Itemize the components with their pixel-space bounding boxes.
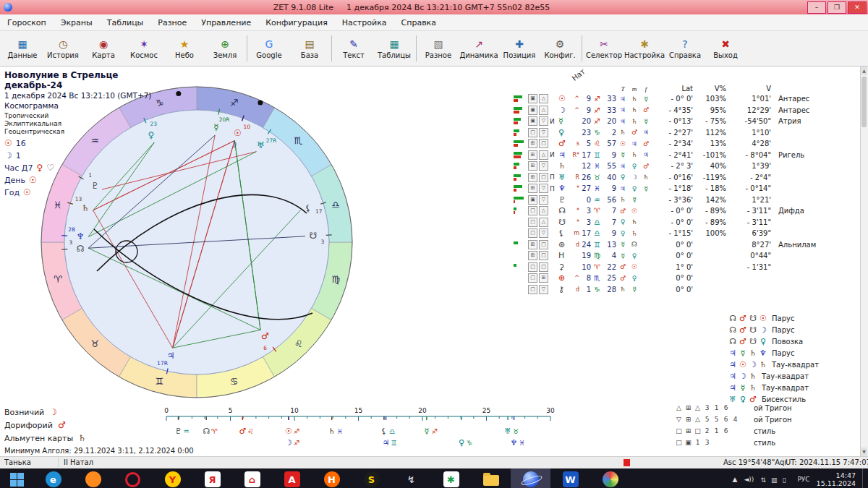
toolbar-text[interactable]: ✎Текст <box>333 33 374 64</box>
menu-item-4[interactable]: Управление <box>201 18 251 27</box>
row-checkbox-1[interactable]: □ <box>528 262 537 272</box>
row-checkbox-2[interactable]: ▽ <box>539 228 548 238</box>
row-checkbox-1[interactable]: ⊞ <box>528 161 537 171</box>
planet-table-row-5[interactable]: ⊞△И♃R*17♊9☿♄♃- 2°41'-101%- 8°04"Ригель <box>514 150 854 161</box>
row-checkbox-2[interactable]: △ <box>539 94 548 103</box>
toolbar-selector[interactable]: ✂Селектор <box>584 33 624 64</box>
taskbar-alfa-app[interactable]: А <box>272 468 312 488</box>
row-checkbox-2[interactable]: △ <box>539 218 548 227</box>
row-checkbox-2[interactable]: □ <box>539 251 548 260</box>
row-checkbox-1[interactable]: ⊞ <box>528 240 537 249</box>
toolbar-settings[interactable]: ✱Настройка <box>624 33 665 64</box>
row-checkbox-2[interactable]: □ <box>539 173 548 182</box>
toolbar-tables[interactable]: ▦Таблицы <box>374 33 414 64</box>
configuration-4[interactable]: ♃☉☽♄Тау-квадрат <box>728 359 819 370</box>
menu-item-3[interactable]: Разное <box>158 18 187 27</box>
volume-icon[interactable]: ◄)) <box>744 476 754 483</box>
row-checkbox-1[interactable]: □ <box>528 128 537 137</box>
row-checkbox-1[interactable]: ▣ <box>528 94 537 103</box>
configuration-2[interactable]: ☊♂☋♀Повозка <box>728 335 819 347</box>
toolbar-config[interactable]: ⚙Конфиг. <box>540 33 580 64</box>
row-checkbox-2[interactable]: ▽ <box>539 285 548 294</box>
planet-table-row-13[interactable]: ⊞□⊛d24♊13☿☊0° 0'8°27'Альнилам <box>514 239 854 251</box>
planet-table-row-14[interactable]: ⊞□Н19♍4☿♀0° 0'0°44" <box>514 250 854 262</box>
config-grid-row-2[interactable]: □⊞□216стиль <box>674 425 867 437</box>
taskbar-word[interactable]: W <box>550 468 590 488</box>
planet-table-row-12[interactable]: □▽⚸m17♎9♀♄- 1°15'100%6'39" <box>514 228 854 239</box>
taskbar-edge[interactable]: e <box>33 468 73 488</box>
menu-item-7[interactable]: Справка <box>401 18 436 27</box>
config-grid-row-0[interactable]: △⊞△316ой Тригон <box>674 402 867 414</box>
toolbar-help[interactable]: ?Справка <box>665 33 705 64</box>
configuration-5[interactable]: ♃☽♄Тау-квадрат <box>728 370 819 382</box>
planet-table-row-9[interactable]: ▣▽♇0♒56♄☿- 3°36'142%1°21' <box>514 194 854 206</box>
toolbar-google[interactable]: GGoogle <box>249 33 289 64</box>
taskbar-explorer[interactable] <box>471 468 511 488</box>
tray-icon-1[interactable]: ▥ <box>771 476 778 484</box>
planet-table-row-17[interactable]: □▽⚷d1♑28♄☿0° 0' <box>514 284 854 296</box>
taskbar-dom-app[interactable]: ⌂ <box>232 468 272 488</box>
toolbar-base[interactable]: ▤База <box>289 33 330 64</box>
row-checkbox-1[interactable]: ▣ <box>528 195 537 205</box>
scroll-down-arrow[interactable]: ▼ <box>861 448 867 456</box>
row-checkbox-2[interactable]: △ <box>539 150 548 160</box>
row-checkbox-2[interactable]: ▽ <box>539 195 548 205</box>
taskbar-clock[interactable]: 14:47 15.11.2024 <box>817 471 856 487</box>
row-checkbox-2[interactable]: ⊞ <box>539 273 548 283</box>
menu-item-1[interactable]: Экраны <box>61 18 93 27</box>
row-checkbox-1[interactable]: ⊞ <box>528 139 537 148</box>
row-checkbox-1[interactable]: □ <box>528 218 537 227</box>
menu-item-2[interactable]: Таблицы <box>107 18 144 27</box>
menu-item-0[interactable]: Гороскоп <box>7 18 46 27</box>
menu-item-6[interactable]: Настройка <box>342 18 387 27</box>
toolbar-misc[interactable]: ▧Разное <box>418 33 459 64</box>
planet-table-row-4[interactable]: ⊞□♂s5♌57☉♃♂- 2°34'13%4°28' <box>514 138 854 150</box>
planet-table-row-8[interactable]: ⊞▽П♆*27♓9♃♀☿- 1°18'- 18%- 0°14" <box>514 183 854 194</box>
taskbar-orange-app[interactable]: Н <box>312 468 352 488</box>
config-grid-row-1[interactable]: ▽⊞△5564ой Тригон <box>674 414 867 425</box>
row-checkbox-1[interactable]: ⊞ <box>528 150 537 160</box>
toolbar-earth[interactable]: ⊕Земля <box>205 33 245 64</box>
scrollbar-thumb[interactable] <box>861 77 867 127</box>
row-checkbox-1[interactable]: ⊞ <box>528 173 537 182</box>
taskbar-green-app[interactable]: ✱ <box>431 468 471 488</box>
row-checkbox-2[interactable]: ▽ <box>539 184 548 193</box>
tray-icon-2[interactable]: ▯ <box>782 476 786 484</box>
toolbar-cosmos[interactable]: ✶Космос <box>124 33 164 64</box>
configuration-3[interactable]: ♃☿♄♆Парус <box>728 347 819 359</box>
taskbar-s-app[interactable]: S <box>352 468 391 488</box>
language-indicator[interactable]: РУС <box>797 476 809 483</box>
planet-table-row-2[interactable]: ▣▽И☿20♐20♃♄☿- 0°13'- 75%-54'50"Атрия <box>514 116 854 127</box>
row-checkbox-2[interactable]: ▽ <box>539 128 548 137</box>
taskbar-palette[interactable] <box>590 468 630 488</box>
row-checkbox-2[interactable]: □ <box>539 262 548 272</box>
toolbar-position[interactable]: ✚Позиция <box>499 33 540 64</box>
configuration-6[interactable]: ♃☿♄Тау-квадрат <box>728 382 819 393</box>
row-checkbox-1[interactable]: □ <box>528 273 537 283</box>
row-checkbox-2[interactable]: ▽ <box>539 116 548 126</box>
taskbar-start-button[interactable] <box>0 468 33 488</box>
menu-item-5[interactable]: Конфигурация <box>265 18 328 27</box>
taskbar-yandex[interactable]: Я <box>192 468 232 488</box>
taskbar-zet[interactable] <box>511 468 550 488</box>
planet-table-row-3[interactable]: □▽♀23♑2♄♂♃- 2°27'112%1°10' <box>514 127 854 139</box>
toolbar-history[interactable]: ◷История <box>43 33 83 64</box>
taskbar-yandex-browser[interactable]: Y <box>153 468 192 488</box>
taskbar-opera[interactable] <box>113 468 153 488</box>
tray-icon-0[interactable]: ⇅ <box>760 476 766 484</box>
planet-table-row-6[interactable]: ⊞▽♄12♓55♃♀♂- 2° 3'40%1°39' <box>514 160 854 172</box>
toolbar-data[interactable]: ▦Данные <box>2 33 43 64</box>
planet-table-row-1[interactable]: ▣△☽^9♐33♃♄♂- 4°35'95%12°29'Антарес <box>514 105 854 116</box>
config-grid-row-3[interactable]: □▣13стиль <box>674 437 867 448</box>
tray-expand-icon[interactable]: ▲ <box>733 476 738 483</box>
planet-table-row-7[interactable]: ⊞□П♅R26♉40♀☽♄- 0°16'-119%- 2°4" <box>514 172 854 184</box>
toolbar-exit[interactable]: ✖Выход <box>705 33 746 64</box>
row-checkbox-1[interactable]: ⊞ <box>528 251 537 260</box>
planet-table-row-0[interactable]: ▣△☉^9♐33♃♄☿- 0° 0'103%1°01'Антарес <box>514 93 854 105</box>
vertical-scrollbar[interactable]: ▲ ▼ <box>860 67 868 456</box>
minimize-button[interactable]: – <box>807 1 826 14</box>
row-checkbox-1[interactable]: ▣ <box>528 116 537 126</box>
show-desktop-button[interactable] <box>862 468 867 488</box>
row-checkbox-2[interactable]: △ <box>539 106 548 115</box>
configuration-0[interactable]: ☊♂☋☉Парус <box>728 312 819 324</box>
